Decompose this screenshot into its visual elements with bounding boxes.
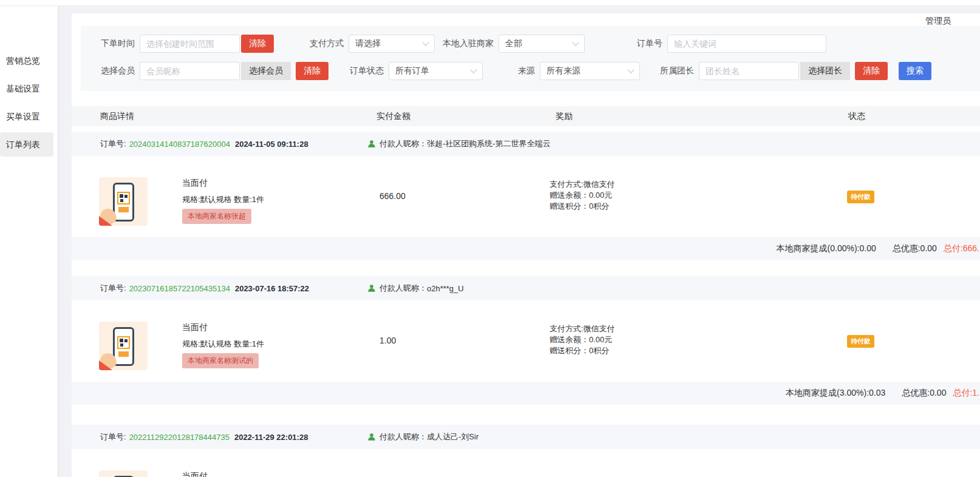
filter-panel: 下单时间 清除 支付方式 请选择 本地入驻商家 全部 订单号 选择会员 选择会员… — [81, 26, 980, 91]
product-title: 当面付 — [182, 178, 208, 189]
order-status-value: 所有订单 — [395, 66, 429, 76]
order-header-row: 订单号: 20221129220128178444735 2022-11-29 … — [72, 425, 980, 449]
column-reward: 奖励 — [556, 106, 573, 126]
admin-user-menu[interactable]: 管理员 — [925, 16, 951, 27]
order-block: 订单号: 20230716185722105435134 2023-07-16 … — [72, 276, 980, 405]
chevron-down-icon — [470, 66, 477, 73]
pay-method-value: 请选择 — [355, 38, 381, 49]
order-no-label: 订单号: — [100, 283, 126, 294]
order-block: 订单号: 20240314140837187620004 2024-11-05 … — [72, 132, 980, 260]
merchant-tag: 本地商家名称测试的 — [182, 353, 259, 368]
merchant-commission: 本地商家提成(3.00%):0.03 — [786, 388, 885, 399]
order-no-label: 订单号: — [100, 431, 126, 442]
merchant-commission: 本地商家提成(0.00%):0.00 — [777, 243, 876, 254]
order-created-at: 2024-11-05 09:11:28 — [235, 140, 308, 149]
order-status-select[interactable]: 所有订单 — [389, 62, 483, 80]
product-image — [99, 470, 148, 477]
table-header: 商品详情 实付金额 奖励 状态 — [72, 106, 980, 126]
leader-label: 所属团长 — [660, 66, 694, 76]
merchant-tag: 本地商家名称张超 — [182, 209, 251, 224]
product-title: 当面付 — [182, 471, 208, 477]
order-header-row: 订单号: 20240314140837187620004 2024-11-05 … — [72, 132, 980, 156]
status-badge: 待付款 — [847, 191, 874, 203]
payment-info: 支付方式:微信支付 赠送余额：0.00元 赠送积分：0积分 — [550, 179, 615, 212]
payer-label: 付款人昵称： — [379, 283, 427, 294]
sidebar-item-marketing-overview[interactable]: 营销总览 — [0, 49, 53, 73]
sidebar-item-order-list[interactable]: 订单列表 — [0, 132, 53, 157]
total-discount: 总优惠:0.00 — [893, 243, 937, 254]
source-value: 所有来源 — [546, 66, 580, 76]
chevron-down-icon — [627, 66, 634, 73]
payer-label: 付款人昵称： — [379, 431, 427, 442]
paid-amount: 1.00 — [379, 336, 396, 345]
total-paid: 总付:1. — [953, 388, 979, 399]
pay-method: 支付方式:微信支付 — [550, 179, 615, 190]
filter-row-1: 下单时间 清除 支付方式 请选择 本地入驻商家 全部 订单号 — [101, 35, 980, 53]
leader-input[interactable] — [699, 62, 799, 80]
order-summary-row: 本地商家提成(0.00%):0.00 总优惠:0.00 总付:666. — [72, 237, 980, 260]
payer-name: 张超-社区团购系统-第二世界全端云 — [427, 138, 551, 149]
order-created-at: 2023-07-16 18:57:22 — [235, 284, 309, 293]
chevron-down-icon — [422, 39, 429, 46]
order-no-link[interactable]: 20221129220128178444735 — [129, 433, 230, 442]
local-merchant-select[interactable]: 全部 — [499, 35, 585, 53]
product-image — [99, 177, 148, 226]
paid-amount: 666.00 — [379, 191, 406, 201]
product-spec: 规格:默认规格 数量:1件 — [182, 339, 264, 350]
sidebar-item-basic-settings[interactable]: 基础设置 — [0, 76, 53, 101]
search-button[interactable]: 搜索 — [899, 62, 931, 80]
product-row: 当面付 规格:默认规格 数量:1件 本地商家名称张超 666.00 支付方式:微… — [72, 156, 980, 237]
pay-method: 支付方式:微信支付 — [550, 323, 615, 334]
product-row: 当面付 — [72, 449, 980, 477]
member-label: 选择会员 — [101, 66, 135, 76]
gift-balance: 赠送余额：0.00元 — [550, 334, 615, 345]
chevron-down-icon — [572, 39, 579, 46]
order-time-input[interactable] — [140, 35, 240, 53]
order-status-label: 订单状态 — [350, 66, 384, 76]
select-leader-button[interactable]: 选择团长 — [800, 62, 850, 80]
clear-member-button[interactable]: 清除 — [296, 62, 328, 80]
gift-balance: 赠送余额：0.00元 — [550, 190, 615, 201]
payer-user-icon — [367, 140, 376, 148]
product-spec: 规格:默认规格 数量:1件 — [182, 194, 264, 205]
order-list-panel: 管理员 下单时间 清除 支付方式 请选择 本地入驻商家 全部 订单号 选择会员 … — [72, 13, 980, 477]
sidebar-item-bill-settings[interactable]: 买单设置 — [0, 104, 53, 129]
order-no-link[interactable]: 20240314140837187620004 — [129, 140, 230, 149]
sidebar: 营销总览 基础设置 买单设置 订单列表 — [0, 6, 59, 477]
source-select[interactable]: 所有来源 — [540, 62, 640, 80]
total-discount: 总优惠:0.00 — [902, 388, 946, 399]
column-status: 状态 — [848, 106, 865, 126]
column-paid-amount: 实付金额 — [376, 106, 410, 126]
local-merchant-label: 本地入驻商家 — [443, 38, 494, 49]
gift-points: 赠送积分：0积分 — [550, 345, 615, 356]
member-input[interactable] — [140, 62, 240, 80]
product-image — [99, 322, 148, 370]
pay-method-select[interactable]: 请选择 — [349, 35, 435, 53]
order-no-input[interactable] — [667, 35, 826, 53]
order-no-link[interactable]: 20230716185722105435134 — [129, 284, 230, 293]
gift-points: 赠送积分：0积分 — [550, 201, 615, 212]
status-badge: 待付款 — [847, 335, 874, 348]
filter-row-2: 选择会员 选择会员 清除 订单状态 所有订单 来源 所有来源 所属团长 选择团长… — [101, 62, 980, 80]
local-merchant-value: 全部 — [505, 38, 522, 49]
payer-name: 成人达己-刘Sir — [427, 431, 478, 442]
total-paid: 总付:666. — [944, 243, 979, 254]
payer-label: 付款人昵称： — [379, 138, 427, 149]
select-member-button[interactable]: 选择会员 — [241, 62, 291, 80]
clear-leader-button[interactable]: 清除 — [855, 62, 888, 80]
pay-method-label: 支付方式 — [310, 38, 344, 49]
column-product-detail: 商品详情 — [100, 106, 134, 126]
payer-user-icon — [367, 284, 376, 293]
payer-name: o2h***g_U — [427, 284, 464, 293]
order-no-label: 订单号: — [100, 138, 126, 149]
order-header-row: 订单号: 20230716185722105435134 2023-07-16 … — [72, 276, 980, 300]
order-time-label: 下单时间 — [101, 38, 135, 49]
top-strip — [0, 0, 980, 6]
payment-info: 支付方式:微信支付 赠送余额：0.00元 赠送积分：0积分 — [550, 323, 615, 356]
clear-time-button[interactable]: 清除 — [241, 35, 274, 53]
order-summary-row: 本地商家提成(3.00%):0.03 总优惠:0.00 总付:1. — [72, 382, 980, 405]
order-no-label: 订单号 — [637, 38, 662, 49]
order-created-at: 2022-11-29 22:01:28 — [234, 433, 308, 442]
source-label: 来源 — [518, 66, 535, 76]
order-block: 订单号: 20221129220128178444735 2022-11-29 … — [72, 425, 980, 477]
